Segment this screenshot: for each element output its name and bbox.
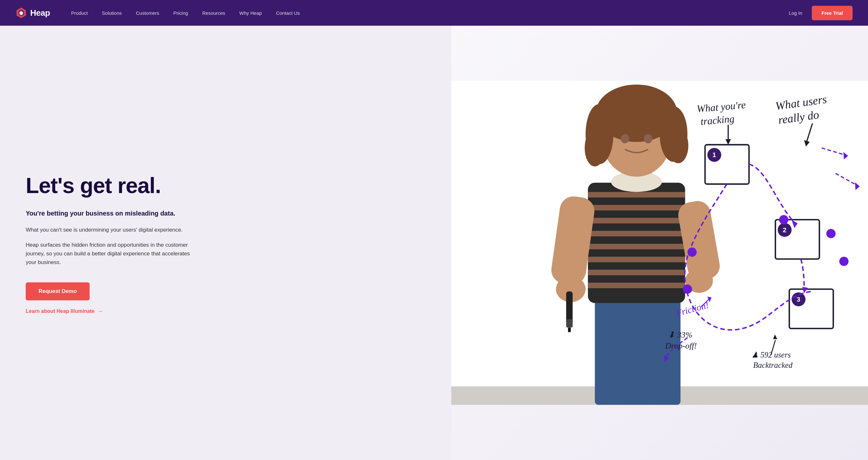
svg-text:3: 3 <box>797 296 800 303</box>
arrow-right-icon: → <box>97 308 103 315</box>
illuminate-link-text: Learn about Heap Illuminate <box>26 308 94 314</box>
svg-point-52 <box>683 285 692 294</box>
hero-headline: Let's get real. <box>26 174 432 197</box>
nav-pricing[interactable]: Pricing <box>168 8 194 18</box>
svg-rect-31 <box>568 328 571 332</box>
hero-left: Let's get real. You're betting your busi… <box>0 26 451 460</box>
svg-point-24 <box>644 134 652 143</box>
svg-rect-12 <box>588 257 685 262</box>
heap-logo-icon <box>16 7 27 19</box>
svg-rect-11 <box>588 244 685 249</box>
hero-body-1: What you can't see is undermining your u… <box>26 225 199 234</box>
hero-body-2: Heap surfaces the hidden friction and op… <box>26 241 199 267</box>
svg-point-51 <box>687 247 697 257</box>
svg-rect-30 <box>566 319 572 328</box>
svg-point-23 <box>621 134 629 143</box>
navbar: Heap Product Solutions Customers Pricing… <box>0 0 868 26</box>
svg-text:Backtracked: Backtracked <box>753 361 793 369</box>
nav-customers[interactable]: Customers <box>130 8 165 18</box>
svg-point-53 <box>779 215 788 224</box>
nav-resources[interactable]: Resources <box>196 8 231 18</box>
svg-point-54 <box>826 229 836 238</box>
nav-links: Product Solutions Customers Pricing Reso… <box>65 8 783 18</box>
whiteboard-drawing: What you're tracking 1 What users really… <box>451 26 868 460</box>
svg-point-22 <box>668 128 688 163</box>
svg-rect-7 <box>588 192 685 197</box>
nav-solutions[interactable]: Solutions <box>96 8 127 18</box>
svg-rect-10 <box>588 231 685 237</box>
svg-point-55 <box>839 257 849 266</box>
svg-rect-9 <box>588 218 685 223</box>
svg-text:1: 1 <box>713 151 716 158</box>
svg-rect-8 <box>588 205 685 210</box>
svg-rect-13 <box>588 270 685 275</box>
logo-link[interactable]: Heap <box>16 7 50 19</box>
hero-subheadline: You're betting your business on misleadi… <box>26 209 432 218</box>
hero-section: Let's get real. You're betting your busi… <box>0 26 868 460</box>
svg-rect-29 <box>566 292 572 324</box>
svg-text:⬇ 33%: ⬇ 33% <box>668 330 692 340</box>
svg-point-21 <box>585 129 605 166</box>
login-link[interactable]: Log In <box>783 8 808 18</box>
free-trial-button[interactable]: Free Trial <box>812 6 852 20</box>
logo-text: Heap <box>30 8 50 18</box>
hero-right: What you're tracking 1 What users really… <box>451 26 868 460</box>
request-demo-button[interactable]: Request Demo <box>26 282 90 300</box>
svg-rect-14 <box>588 283 685 288</box>
nav-why-heap[interactable]: Why Heap <box>234 8 268 18</box>
nav-actions: Log In Free Trial <box>783 6 852 20</box>
svg-text:2: 2 <box>783 226 786 234</box>
nav-contact-us[interactable]: Contact Us <box>270 8 306 18</box>
nav-product[interactable]: Product <box>65 8 94 18</box>
illuminate-link[interactable]: Learn about Heap Illuminate → <box>26 308 432 315</box>
